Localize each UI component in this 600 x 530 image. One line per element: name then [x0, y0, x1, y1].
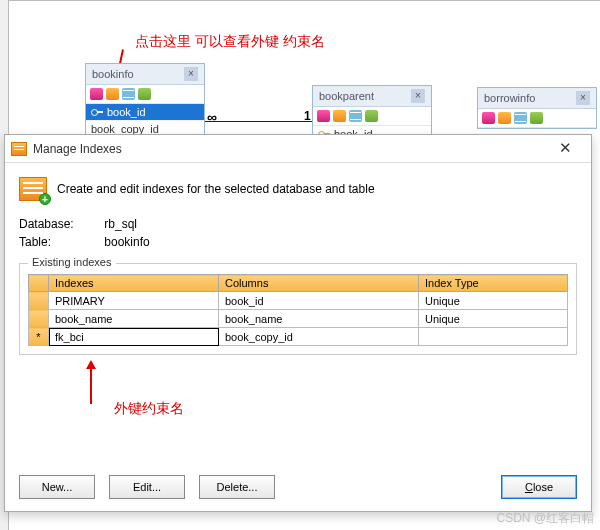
- row-marker: *: [29, 328, 49, 346]
- table-value: bookinfo: [104, 235, 149, 249]
- watermark: CSDN @红客白帽: [496, 510, 594, 527]
- edit-button[interactable]: Edit...: [109, 475, 185, 499]
- dialog-description: Create and edit indexes for the selected…: [57, 182, 375, 196]
- entity-bookinfo[interactable]: bookinfo × book_id book_copy_id: [85, 63, 205, 139]
- entity-toolbar-icon[interactable]: [317, 110, 330, 122]
- annotation-arrow-bottom: [90, 368, 92, 404]
- manage-indexes-icon[interactable]: [122, 88, 135, 100]
- entity-close-button[interactable]: ×: [184, 67, 198, 81]
- entity-toolbar-icon[interactable]: [482, 112, 495, 124]
- existing-indexes-group: Existing indexes Indexes Columns Index T…: [19, 263, 577, 355]
- entity-toolbar: [313, 107, 431, 126]
- table-label: Table:: [19, 235, 101, 249]
- close-button[interactable]: Close: [501, 475, 577, 499]
- cell-type[interactable]: [419, 328, 568, 346]
- group-title: Existing indexes: [28, 256, 116, 268]
- cardinality-one: 1: [304, 109, 311, 123]
- new-button[interactable]: New...: [19, 475, 95, 499]
- col-header-columns[interactable]: Columns: [219, 275, 419, 292]
- cell-columns[interactable]: book_name: [219, 310, 419, 328]
- entity-toolbar-icon[interactable]: [498, 112, 511, 124]
- cell-index-name[interactable]: book_name: [49, 310, 219, 328]
- cell-index-name-editing[interactable]: fk_bci: [49, 328, 219, 346]
- entity-toolbar-icon[interactable]: [530, 112, 543, 124]
- annotation-bottom: 外键约束名: [114, 400, 184, 418]
- manage-indexes-icon[interactable]: [514, 112, 527, 124]
- cardinality-many: ∞: [207, 109, 217, 125]
- cell-type[interactable]: Unique: [419, 292, 568, 310]
- table-row[interactable]: * fk_bci book_copy_id: [29, 328, 568, 346]
- cell-columns[interactable]: book_id: [219, 292, 419, 310]
- key-icon: [91, 107, 103, 117]
- column-name: book_id: [107, 106, 146, 118]
- entity-toolbar-icon[interactable]: [138, 88, 151, 100]
- plus-badge-icon: +: [39, 193, 51, 205]
- dialog-titlebar[interactable]: Manage Indexes ✕: [5, 135, 591, 163]
- entity-title: borrowinfo: [484, 92, 535, 104]
- row-marker: [29, 292, 49, 310]
- table-row[interactable]: PRIMARY book_id Unique: [29, 292, 568, 310]
- entity-title: bookinfo: [92, 68, 134, 80]
- indexes-table[interactable]: Indexes Columns Index Type PRIMARY book_…: [28, 274, 568, 346]
- manage-indexes-dialog: Manage Indexes ✕ + Create and edit index…: [4, 134, 592, 512]
- entity-toolbar-icon[interactable]: [365, 110, 378, 122]
- entity-toolbar-icon[interactable]: [333, 110, 346, 122]
- cell-type[interactable]: Unique: [419, 310, 568, 328]
- entity-close-button[interactable]: ×: [411, 89, 425, 103]
- entity-toolbar: [86, 85, 204, 104]
- relationship-line: [205, 121, 313, 122]
- entity-toolbar-icon[interactable]: [106, 88, 119, 100]
- database-label: Database:: [19, 217, 101, 231]
- entity-borrowinfo[interactable]: borrowinfo ×: [477, 87, 597, 129]
- close-icon[interactable]: ✕: [545, 136, 585, 162]
- entity-header[interactable]: bookparent ×: [313, 86, 431, 107]
- dialog-title: Manage Indexes: [33, 142, 122, 156]
- col-header-type[interactable]: Index Type: [419, 275, 568, 292]
- entity-header[interactable]: bookinfo ×: [86, 64, 204, 85]
- row-marker: [29, 310, 49, 328]
- dialog-button-row: New... Edit... Delete... Close: [19, 475, 577, 499]
- indexes-large-icon: +: [19, 177, 47, 201]
- col-header-indexes[interactable]: Indexes: [49, 275, 219, 292]
- entity-close-button[interactable]: ×: [576, 91, 590, 105]
- annotation-top: 点击这里 可以查看外键 约束名: [135, 33, 325, 51]
- entity-title: bookparent: [319, 90, 374, 102]
- delete-button[interactable]: Delete...: [199, 475, 275, 499]
- table-header-row: Indexes Columns Index Type: [29, 275, 568, 292]
- table-corner: [29, 275, 49, 292]
- entity-header[interactable]: borrowinfo ×: [478, 88, 596, 109]
- cell-index-name[interactable]: PRIMARY: [49, 292, 219, 310]
- database-value: rb_sql: [104, 217, 137, 231]
- indexes-icon: [11, 142, 27, 156]
- entity-toolbar-icon[interactable]: [90, 88, 103, 100]
- manage-indexes-icon[interactable]: [349, 110, 362, 122]
- entity-toolbar: [478, 109, 596, 128]
- table-row[interactable]: book_name book_name Unique: [29, 310, 568, 328]
- cell-columns[interactable]: book_copy_id: [219, 328, 419, 346]
- entity-column-row[interactable]: book_id: [86, 104, 204, 121]
